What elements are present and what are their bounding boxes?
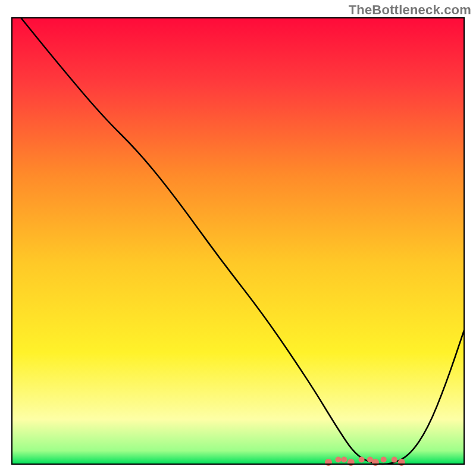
- optimal-dot: [392, 457, 397, 463]
- optimal-dot: [341, 457, 347, 463]
- optimal-dot: [347, 459, 355, 466]
- optimal-dot: [335, 456, 341, 462]
- optimal-dot: [398, 459, 405, 466]
- optimal-dot: [381, 456, 387, 462]
- chart-container: TheBottleneck.com: [0, 0, 476, 476]
- optimal-dot: [325, 459, 332, 466]
- gradient-background: [12, 18, 464, 464]
- optimal-dot: [372, 459, 379, 466]
- optimal-dot: [359, 456, 365, 462]
- bottleneck-chart: [0, 0, 476, 476]
